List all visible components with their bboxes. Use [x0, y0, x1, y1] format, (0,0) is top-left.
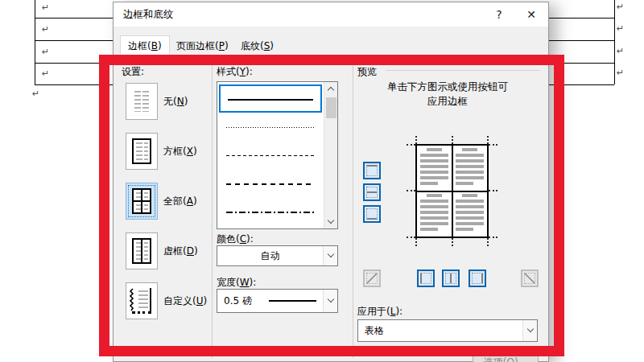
table-grid-line	[549, 40, 614, 41]
setting-option-grid[interactable]: 虚框(D)	[122, 232, 212, 273]
tab-label: 边框(	[128, 40, 151, 51]
row-end-mark: ↵	[617, 68, 624, 77]
left-border-button[interactable]	[417, 269, 435, 287]
preview-handle	[452, 238, 453, 246]
dialog-titlebar[interactable]: 边框和底纹 ? ✕	[114, 2, 548, 27]
style-item-solid[interactable]	[219, 84, 322, 113]
style-item-dash-dot[interactable]	[219, 197, 322, 225]
bottom-border-button[interactable]	[363, 205, 381, 223]
preview-cell	[417, 191, 452, 237]
top-border-button[interactable]	[363, 162, 381, 179]
preview-handle	[415, 238, 417, 246]
setting-option-custom[interactable]: 自定义(U)	[122, 282, 212, 323]
preview-handle	[489, 190, 497, 191]
border-grid-icon	[126, 232, 158, 269]
table-grid-line	[35, 63, 114, 64]
row-end-mark: ↵	[617, 47, 624, 56]
preview-handle	[407, 190, 415, 191]
diagonal-down-icon	[522, 271, 537, 286]
style-item-dashed-wide[interactable]	[219, 169, 322, 197]
table-grid-line	[549, 84, 614, 85]
preview-handle	[487, 136, 489, 144]
preview-handle	[452, 136, 453, 144]
color-dropdown-button[interactable]	[323, 246, 337, 265]
preview-handle	[407, 237, 415, 238]
table-grid-line	[35, 40, 114, 41]
diagonal-down-border-button[interactable]	[521, 269, 539, 287]
apply-to-combobox[interactable]: 表格	[357, 319, 538, 342]
border-box-icon	[126, 133, 158, 170]
setting-option-box[interactable]: 方框(X)	[122, 133, 212, 173]
preview-handle	[407, 144, 415, 146]
table-grid-line	[549, 18, 614, 19]
chevron-down-icon	[328, 251, 334, 257]
preview-inside-horizontal-border	[417, 191, 487, 192]
style-item-dotted[interactable]	[219, 113, 322, 141]
border-all-icon	[126, 183, 158, 220]
inside-vertical-border-button[interactable]	[442, 269, 460, 287]
style-item-dashed[interactable]	[219, 141, 322, 169]
setting-option-all[interactable]: 全部(A)	[122, 183, 212, 223]
chevron-down-icon	[328, 296, 334, 302]
inside-horizontal-border-icon	[367, 191, 377, 193]
preview-handle	[489, 237, 497, 238]
tab-label: 底纹(	[241, 40, 264, 51]
scrollbar-thumb[interactable]	[326, 97, 336, 118]
width-line-sample	[269, 300, 316, 302]
setting-option-none[interactable]: 无(N)	[122, 83, 212, 123]
right-border-button[interactable]	[469, 269, 486, 287]
paragraph-mark: ↵	[42, 25, 49, 34]
preview-instruction-line1: 单击下方图示或使用按钮可	[355, 80, 540, 94]
tab-label: 页面边框(	[176, 40, 219, 51]
diagonal-up-border-button[interactable]	[363, 269, 381, 287]
preview-cell	[417, 146, 452, 191]
tab-borders[interactable]: 边框(B)	[120, 35, 170, 57]
table-grid-line	[35, 18, 114, 19]
color-combobox[interactable]: 自动	[217, 245, 338, 266]
border-custom-icon	[126, 282, 158, 319]
preview-handle	[489, 144, 497, 146]
table-grid-line	[35, 84, 114, 85]
inside-horizontal-border-button[interactable]	[363, 183, 381, 201]
settings-label: 设置:	[122, 65, 144, 79]
paragraph-mark: ↵	[42, 3, 49, 12]
preview-handle	[487, 238, 489, 246]
paragraph-mark: ↵	[42, 69, 49, 78]
scroll-up-icon[interactable]	[324, 82, 338, 96]
preview-cell	[452, 146, 487, 191]
preview-table[interactable]	[415, 144, 489, 238]
width-combobox[interactable]: 0.5 磅	[217, 289, 338, 313]
tab-page-border[interactable]: 页面边框(P)	[168, 35, 237, 56]
width-value: 0.5 磅	[224, 290, 252, 312]
apply-to-value: 表格	[365, 320, 384, 341]
left-border-icon	[420, 274, 422, 283]
preview-handle	[415, 136, 417, 144]
options-button[interactable]: 选项(O)...	[473, 352, 539, 362]
scroll-down-icon[interactable]	[324, 215, 338, 228]
style-label: 样式(Y):	[217, 65, 253, 79]
table-grid-line	[35, 0, 35, 84]
borders-and-shading-dialog: 边框和底纹 ? ✕ 边框(B) 页面边框(P) 底纹(S) 设置: 无(N)	[113, 2, 549, 362]
help-button[interactable]: ?	[485, 2, 513, 27]
preview-group-label: 预览	[357, 65, 377, 79]
preview-cell	[452, 191, 487, 237]
top-border-icon	[367, 165, 377, 167]
width-label: 宽度(W):	[217, 276, 256, 290]
column-separator	[212, 64, 213, 358]
style-list-scrollbar[interactable]	[324, 82, 337, 228]
inside-vertical-border-icon	[450, 274, 452, 283]
column-separator	[353, 64, 353, 358]
paragraph-mark: ↵	[42, 47, 49, 56]
dialog-title: 边框和底纹	[123, 2, 174, 27]
row-end-mark: ↵	[617, 2, 624, 11]
style-listbox[interactable]	[217, 81, 338, 229]
color-label: 颜色(C):	[217, 232, 254, 246]
diagonal-up-icon	[365, 271, 379, 286]
row-end-mark: ↵	[617, 24, 624, 33]
table-grid-line	[614, 0, 615, 84]
width-dropdown-button[interactable]	[323, 290, 337, 312]
close-button[interactable]: ✕	[518, 2, 545, 27]
apply-to-dropdown-button[interactable]	[522, 320, 537, 341]
tab-shading[interactable]: 底纹(S)	[233, 35, 282, 56]
right-border-icon	[481, 274, 483, 283]
